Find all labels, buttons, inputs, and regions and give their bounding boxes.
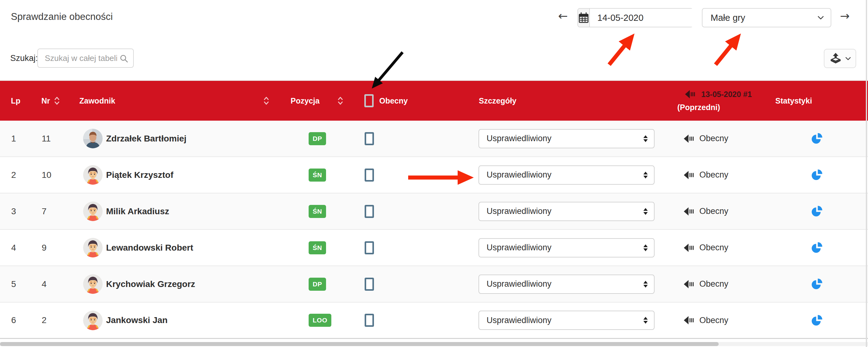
stats-pie-icon[interactable]	[811, 242, 823, 253]
cell-stats	[765, 230, 868, 265]
cell-present	[358, 193, 467, 229]
column-header-lp: Lp	[0, 81, 31, 121]
details-select[interactable]: Usprawiedliwiony	[478, 238, 655, 257]
table-row: 5 4	[0, 266, 868, 303]
previous-status: Obecny	[700, 207, 728, 216]
player-name: Piątek Krzysztof	[106, 170, 173, 180]
cell-player: Jankowski Jan	[75, 303, 286, 338]
select-caret-icon	[643, 135, 648, 142]
sort-icon[interactable]	[264, 96, 269, 105]
previous-event-icon	[684, 134, 694, 143]
cell-stats	[765, 303, 868, 338]
column-header-nr[interactable]: Nr	[31, 81, 75, 121]
stats-pie-icon[interactable]	[811, 133, 823, 144]
present-checkbox[interactable]	[365, 205, 374, 218]
details-select[interactable]: Usprawiedliwiony	[478, 202, 655, 221]
cell-stats	[765, 157, 868, 193]
cell-position: LOO	[286, 303, 358, 338]
details-select[interactable]: Usprawiedliwiony	[478, 165, 655, 185]
previous-event-icon	[684, 171, 694, 180]
stats-pie-icon[interactable]	[811, 315, 823, 326]
annotation-arrow-event-type	[716, 45, 732, 65]
present-checkbox[interactable]	[365, 314, 374, 327]
cell-player: Zdrzałek Bartłomiej	[75, 121, 286, 156]
previous-day-arrow-button[interactable]: ←	[558, 9, 568, 23]
previous-event-icon	[684, 316, 694, 325]
cell-present	[358, 303, 467, 338]
position-badge: DP	[309, 132, 326, 145]
cell-nr: 4	[31, 266, 75, 302]
cell-position: DP	[286, 121, 358, 156]
cell-stats	[765, 266, 868, 302]
cell-lp: 6	[0, 303, 31, 338]
cell-player: Piątek Krzysztof	[75, 157, 286, 193]
select-caret-icon	[643, 244, 648, 251]
search-icon	[120, 55, 128, 63]
present-checkbox[interactable]	[365, 241, 374, 254]
calendar-button[interactable]	[578, 9, 590, 27]
event-type-select[interactable]: Małe gry	[702, 8, 831, 27]
chevron-down-icon	[817, 16, 824, 20]
search-input[interactable]	[38, 49, 133, 67]
cell-lp: 4	[0, 230, 31, 265]
search-box	[37, 49, 134, 68]
previous-status: Obecny	[700, 243, 728, 252]
column-header-player[interactable]: Zawodnik	[75, 81, 286, 121]
sort-icon[interactable]	[338, 96, 343, 105]
select-caret-icon	[643, 208, 648, 215]
select-all-checkbox[interactable]	[364, 94, 374, 107]
calendar-icon	[578, 12, 589, 23]
stats-pie-icon[interactable]	[811, 278, 823, 290]
present-checkbox[interactable]	[365, 132, 374, 145]
next-day-arrow-button[interactable]: →	[840, 9, 850, 23]
previous-event-icon	[684, 280, 694, 288]
player-name: Jankowski Jan	[106, 315, 168, 325]
present-checkbox[interactable]	[365, 168, 374, 182]
cell-details: Usprawiedliwiony	[467, 303, 669, 338]
details-select[interactable]: Usprawiedliwiony	[478, 275, 655, 294]
details-select[interactable]: Usprawiedliwiony	[478, 311, 655, 330]
event-type-value: Małe gry	[711, 13, 745, 23]
annotation-arrow-select-all	[378, 52, 403, 81]
previous-event-date: 13-05-2020 #1	[701, 90, 752, 99]
player-name: Krychowiak Grzegorz	[106, 279, 195, 289]
column-header-stats: Statystyki	[765, 81, 868, 121]
column-header-position[interactable]: Pozycja	[286, 81, 358, 121]
previous-status: Obecny	[700, 279, 728, 289]
cell-details: Usprawiedliwiony	[467, 193, 669, 229]
cell-previous: Obecny	[669, 230, 765, 265]
player-avatar	[83, 311, 103, 330]
player-name: Milik Arkadiusz	[106, 207, 169, 216]
select-caret-icon	[643, 281, 648, 288]
sort-icon[interactable]	[55, 96, 59, 105]
cell-nr: 10	[31, 157, 75, 193]
stats-pie-icon[interactable]	[811, 206, 823, 217]
cell-nr: 9	[31, 230, 75, 265]
cell-position: DP	[286, 266, 358, 302]
player-avatar	[83, 165, 103, 185]
horizontal-scrollbar-thumb[interactable]	[0, 342, 719, 346]
position-badge: DP	[309, 278, 326, 291]
player-name: Zdrzałek Bartłomiej	[106, 134, 186, 144]
table-header: Lp Nr Zawodnik Pozycja	[0, 80, 868, 121]
player-avatar	[83, 201, 103, 221]
previous-status: Obecny	[700, 170, 728, 180]
stats-pie-icon[interactable]	[811, 169, 823, 181]
column-header-previous: 13-05-2020 #1 (Poprzedni)	[669, 81, 765, 121]
player-name: Lewandowski Robert	[106, 243, 193, 253]
position-badge: ŚN	[309, 205, 326, 218]
cell-lp: 5	[0, 266, 31, 302]
search-label: Szukaj:	[10, 54, 38, 63]
cell-details: Usprawiedliwiony	[467, 121, 669, 156]
previous-event-icon	[684, 244, 694, 252]
details-select[interactable]: Usprawiedliwiony	[478, 129, 655, 148]
present-checkbox[interactable]	[365, 278, 374, 291]
date-input[interactable]	[590, 9, 715, 27]
vertical-scrollbar[interactable]	[866, 0, 867, 347]
export-button[interactable]	[824, 49, 856, 68]
cell-stats	[765, 193, 868, 229]
cell-present	[358, 157, 467, 193]
cell-lp: 2	[0, 157, 31, 193]
horizontal-scrollbar-track	[0, 342, 868, 346]
cell-lp: 3	[0, 193, 31, 229]
